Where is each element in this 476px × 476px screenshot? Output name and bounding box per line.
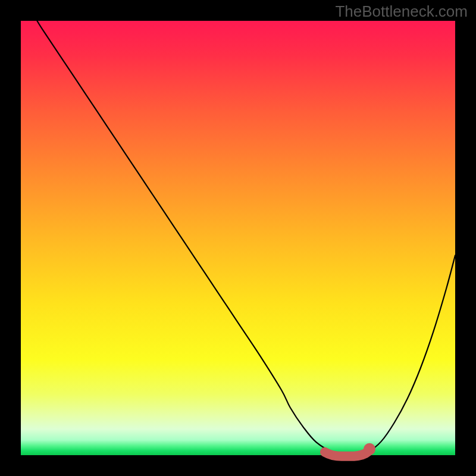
chart-frame: { "watermark": "TheBottleneck.com", "plo… <box>0 0 476 476</box>
bottleneck-chart <box>0 0 476 476</box>
gradient-background <box>21 21 455 455</box>
watermark-text: TheBottleneck.com <box>335 2 468 21</box>
svg-point-0 <box>364 443 375 455</box>
